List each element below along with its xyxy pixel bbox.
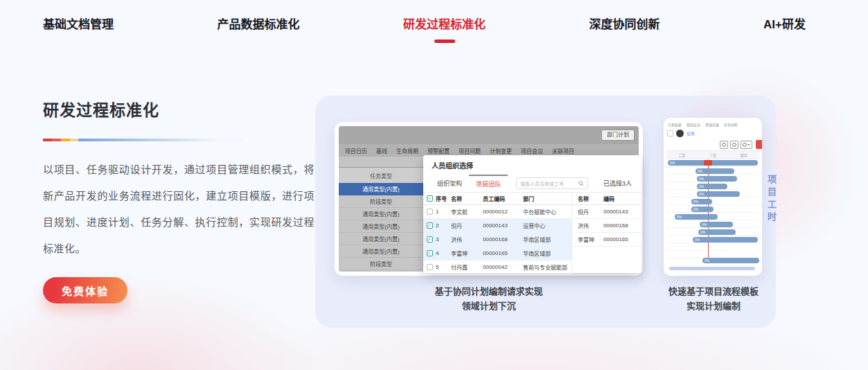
cell-name: 付丹霞 [451,263,483,271]
dialog-title: 人员组织选择 [423,155,641,173]
gantt-bar-2: 0% [697,176,737,182]
gantt-scrollbar [669,267,755,270]
gantt-toolbar [666,139,759,150]
row-checkbox-3: ✓ [427,250,433,256]
people-picker-dialog: 人员组织选择 组织架构 项目团队 搜索人员名称或工号 已选择3人 − 序号 名称… [423,155,641,273]
col-sel-code: 编码 [603,195,639,202]
people-table-header: − 序号 名称 员工编码 部门 [423,193,572,205]
selected-panel: 名称 编码 倪丹00000143洪伟00000168李富坤00000165 [572,193,641,274]
month-label-0: 二月 [678,152,685,157]
vertical-label-project-hours: 项目工时 [765,175,778,224]
gantt-empty-cell [727,245,759,256]
active-tab-underline [434,39,455,43]
caption-left-line1: 基于协同计划编制请求实现 [335,284,643,299]
selected-row-1: 洪伟00000168 [572,219,641,233]
search-icon [578,181,584,186]
window-menu-item-3: 预警配置 [427,147,450,155]
gantt-bar-8: 0% [700,222,733,227]
avatar [676,130,684,137]
back-icon [667,130,673,136]
window-menu-item-2: 生命周期 [396,147,418,155]
divider-gradient [43,139,244,141]
alert-button [756,140,762,149]
window-menu-item-1: 基线 [376,147,387,155]
cell-sel-name: 倪丹 [572,208,603,215]
window-menu-item-7: 关联项目 [552,147,574,155]
gantt-bar-6: 0% [691,206,714,212]
user-icon [730,141,738,149]
cell-name: 李富坤 [451,249,483,257]
gantt-bar-10: 0% [693,237,758,243]
people-row-4: 5付丹霞00000042售前与专业赋能部 [423,261,572,274]
col-dept: 部门 [523,195,572,202]
screenshot-people-picker: 部门计划 项目日历基线生命周期预警配置项目问题计划变更项目会议关联项目 任务类型… [335,122,643,276]
search-placeholder: 搜索人员名称或工号 [520,180,564,187]
nav-item-3[interactable]: 深度协同创新 [590,11,660,32]
task-type-row-3: 通用类型(内置) [339,220,423,233]
free-trial-button[interactable]: 免费体验 [43,277,127,303]
gantt-menu-item-3: 任务分析 [724,122,738,127]
cell-dept: 华南区域部 [523,249,572,257]
gantt-bar-4: 0% [697,191,740,197]
people-row-1: ✓2倪丹00000143运营中心 [423,219,572,233]
cell-no: 1 [436,209,451,215]
cell-dept: 售前与专业赋能部 [523,263,572,271]
row-checkbox-2: ✓ [427,236,433,243]
cell-sel-code: 00000168 [603,222,639,229]
gantt-menu-bar: 计划变更项目会议资源负载任务分析 [666,121,759,127]
cell-dept: 运营中心 [523,222,572,229]
dept-plan-button: 部门计划 [601,130,635,141]
hero-section: 研发过程标准化 以项目、任务驱动设计开发，通过项目管理组织模式，将新产品开发的业… [43,97,315,303]
task-type-row-0: 通用类型(内置) [339,183,423,195]
tab-org-structure: 组织架构 [430,175,469,191]
nav-item-0[interactable]: 基础文档管理 [43,11,114,32]
gantt-bar-5: 0% [691,199,712,204]
hero-description: 以项目、任务驱动设计开发，通过项目管理组织模式，将新产品开发的业务流程进行固化，… [43,157,315,262]
cell-no: 3 [436,236,451,243]
row-checkbox-1: ✓ [427,222,433,229]
gantt-rows: 0%0%0%0%0%0%0%0%0%0%0%0% [666,159,759,265]
dialog-body: − 序号 名称 员工编码 部门 1李文航00000012中台赋能中心✓2倪丹00… [423,192,641,274]
nav-item-2[interactable]: 研发过程标准化 [403,11,486,32]
nav-item-1[interactable]: 产品数据标准化 [218,11,300,32]
screenshot-gantt: 计划变更项目会议资源负载任务分析 任务 二月三月四月 0%0%0%0%0%0%0… [664,118,762,276]
caption-left-line2: 领域计划下沉 [335,299,643,313]
gantt-critical-marker [704,160,712,166]
col-name: 名称 [451,195,483,202]
panel-spacer [339,157,423,168]
people-row-2: ✓3洪伟00000168华南区域部 [423,233,572,247]
cell-no: 5 [436,264,451,270]
selected-count-label: 已选择3人 [603,179,635,188]
gantt-bar-0: 0% [668,160,758,166]
row-checkbox-0 [427,209,433,215]
selected-row-2: 李富坤00000165 [572,233,641,247]
gantt-menu-item-1: 项目会议 [687,122,700,127]
cell-name: 倪丹 [451,222,483,229]
people-row-0: 1李文航00000012中台赋能中心 [423,205,572,219]
people-table: − 序号 名称 员工编码 部门 1李文航00000012中台赋能中心✓2倪丹00… [423,193,572,274]
row-checkbox-4 [427,264,433,270]
page-title: 研发过程标准化 [43,97,315,121]
cell-code: 00000165 [483,250,523,256]
col-sel-name: 名称 [572,195,603,202]
cell-name: 李文航 [451,208,483,215]
task-type-row-2: 通用类型(内置) [339,208,423,220]
task-type-header: 任务类型 [339,168,423,183]
cell-code: 00000012 [483,209,523,215]
gantt-menu-item-0: 计划变更 [668,122,682,127]
people-row-3: ✓4李富坤00000165华南区域部 [423,247,572,261]
task-type-row-4: 通用类型(内置) [339,233,423,245]
gantt-bar-7: 0% [675,214,718,220]
gantt-empty-cell [740,176,759,182]
caption-right-line1: 快速基于项目流程模板 [644,284,783,299]
cell-dept: 华南区域部 [523,236,572,243]
caption-right-line2: 实现计划编制 [644,299,783,313]
gantt-month-header: 二月三月四月 [666,150,759,159]
col-no: 序号 [436,195,451,202]
window-menu-item-0: 项目日历 [345,147,367,155]
nav-item-4[interactable]: AI+研发 [763,11,806,32]
caption-right: 快速基于项目流程模板 实现计划编制 [644,284,783,313]
dialog-tab-bar: 组织架构 项目团队 搜索人员名称或工号 已选择3人 [423,175,641,192]
cell-sel-name: 洪伟 [572,222,603,229]
window-menu-item-6: 项目会议 [521,147,543,155]
